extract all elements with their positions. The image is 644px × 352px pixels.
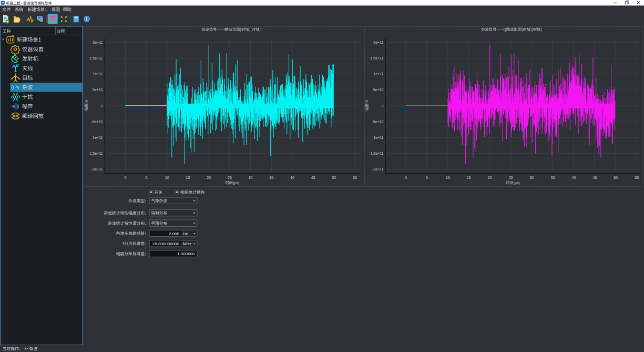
svg-text:50: 50	[332, 176, 336, 179]
svg-text:-1.5e+11: -1.5e+11	[88, 152, 103, 155]
svg-text:-1e+11: -1e+11	[91, 136, 103, 139]
svg-text:55: 55	[353, 176, 357, 179]
svg-text:(µs): (µs)	[514, 181, 520, 185]
svg-text:0: 0	[381, 104, 383, 108]
svg-text:20: 20	[488, 176, 492, 179]
svg-text:25: 25	[228, 176, 232, 179]
svg-text:40: 40	[290, 176, 294, 179]
svg-text:/V: /V	[85, 100, 88, 104]
svg-text:30: 30	[530, 176, 534, 179]
svg-text:5e+10: 5e+10	[373, 88, 384, 92]
svg-text:30: 30	[249, 176, 253, 179]
svg-text:50: 50	[614, 176, 618, 179]
svg-text:/V: /V	[365, 100, 369, 104]
svg-text:0: 0	[124, 176, 126, 179]
svg-text:2e+11: 2e+11	[373, 41, 383, 44]
svg-text:(µs): (µs)	[233, 181, 239, 185]
svg-text:-2e+11: -2e+11	[372, 167, 384, 171]
svg-text:10: 10	[446, 176, 450, 179]
svg-text:10: 10	[165, 176, 169, 179]
svg-text:20: 20	[207, 176, 211, 179]
svg-text:2.000: 2.000	[169, 232, 180, 236]
svg-text:15: 15	[467, 176, 471, 179]
svg-text:15.000000000: 15.000000000	[152, 242, 180, 246]
svg-text:0: 0	[405, 176, 407, 179]
svg-text:1.5e+11: 1.5e+11	[370, 56, 383, 60]
svg-text:45: 45	[592, 176, 597, 179]
svg-text:1.000000: 1.000000	[177, 252, 195, 256]
svg-text:1e+11: 1e+11	[93, 72, 103, 76]
svg-text:0: 0	[101, 104, 103, 108]
svg-text:Hz: Hz	[183, 232, 188, 236]
svg-text:1e+11: 1e+11	[373, 72, 383, 76]
svg-text:5e+10: 5e+10	[93, 88, 103, 92]
svg-text:35: 35	[551, 176, 555, 179]
svg-text:25: 25	[509, 176, 513, 179]
svg-text:-1.5e+11: -1.5e+11	[369, 152, 383, 155]
svg-text:15: 15	[186, 176, 190, 179]
svg-text:-1e+11: -1e+11	[372, 136, 384, 139]
svg-text:55: 55	[635, 176, 639, 179]
svg-text:35: 35	[269, 176, 273, 179]
svg-text:5: 5	[145, 176, 147, 179]
svg-text:45: 45	[311, 176, 315, 179]
svg-text:MHz: MHz	[183, 242, 191, 246]
svg-text:-2e+11: -2e+11	[91, 167, 103, 171]
svg-text:1.5e+11: 1.5e+11	[90, 56, 103, 60]
svg-text:2e+11: 2e+11	[93, 41, 103, 44]
svg-text:5: 5	[426, 176, 428, 179]
svg-text:-5e+10: -5e+10	[372, 120, 383, 124]
svg-text:40: 40	[572, 176, 576, 179]
svg-text:-5e+10: -5e+10	[91, 120, 103, 124]
